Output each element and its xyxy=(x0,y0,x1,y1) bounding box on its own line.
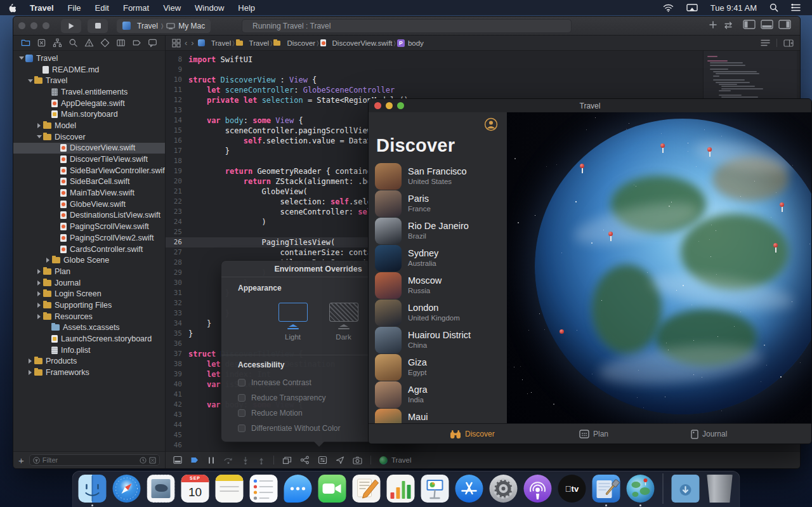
file-row-globe-scene[interactable]: Globe Scene xyxy=(13,254,165,266)
disclosure-triangle[interactable] xyxy=(46,258,49,263)
app-menu-travel[interactable]: Travel xyxy=(23,0,61,15)
environment-overrides-button[interactable] xyxy=(318,456,327,464)
disclosure-triangle[interactable] xyxy=(37,135,42,138)
city-row-sydney[interactable]: SydneyAustralia xyxy=(369,244,507,272)
notification-center-icon[interactable] xyxy=(786,0,806,15)
file-row-discoverview-swift[interactable]: DiscoverView.swift xyxy=(13,143,165,154)
disclosure-triangle[interactable] xyxy=(37,123,41,128)
menu-item-view[interactable]: View xyxy=(156,0,188,15)
file-row-model[interactable]: Model xyxy=(13,120,165,131)
toggle-navigator-button[interactable] xyxy=(743,20,756,32)
file-row-sidebarcell-swift[interactable]: SideBarCell.swift xyxy=(13,176,165,188)
tab-journal[interactable]: Journal xyxy=(691,424,727,444)
dock-podcasts-icon[interactable] xyxy=(523,474,553,503)
related-items-icon[interactable] xyxy=(172,39,181,48)
menu-bar-clock[interactable]: Tue 9:41 AM xyxy=(705,0,762,15)
breakpoints-navigator-icon[interactable] xyxy=(132,38,141,48)
file-row-appdelegate-swift[interactable]: AppDelegate.swift xyxy=(13,98,165,109)
city-row-giza[interactable]: GizaEgypt xyxy=(369,353,507,381)
file-row-products[interactable]: Products xyxy=(13,356,165,367)
step-into-button[interactable] xyxy=(242,456,249,464)
checkbox[interactable] xyxy=(238,394,246,402)
pause-execution-button[interactable] xyxy=(207,456,215,464)
globe-3d-view[interactable] xyxy=(507,112,811,423)
menu-item-format[interactable]: Format xyxy=(116,0,156,15)
source-control-navigator-icon[interactable] xyxy=(37,38,46,48)
library-add-button[interactable] xyxy=(709,20,717,32)
disclosure-triangle[interactable] xyxy=(19,56,24,60)
back-button[interactable]: ‹ xyxy=(185,38,187,48)
file-row-pagingscrollview2-swift[interactable]: PagingScrollView2.swift xyxy=(13,232,165,244)
disclosure-triangle[interactable] xyxy=(37,303,41,308)
tests-navigator-icon[interactable] xyxy=(100,38,110,48)
filter-field[interactable] xyxy=(29,454,160,466)
memory-graph-button[interactable] xyxy=(300,456,310,464)
reports-navigator-icon[interactable] xyxy=(148,38,157,48)
symbols-navigator-icon[interactable] xyxy=(53,38,62,48)
filter-input[interactable] xyxy=(43,456,137,464)
dock-xcode-icon[interactable] xyxy=(592,474,621,503)
file-row-assets-xcassets[interactable]: Assets.xcassets xyxy=(13,322,165,334)
toggle-debug-area-button[interactable] xyxy=(761,20,773,32)
dock-travel-icon[interactable] xyxy=(626,474,655,503)
city-row-rio-de-janeiro[interactable]: Rio De JaneiroBrazil xyxy=(369,217,507,244)
file-row-plan[interactable]: Plan xyxy=(13,266,165,277)
apple-menu[interactable] xyxy=(0,0,23,15)
disclosure-triangle[interactable] xyxy=(29,359,32,364)
dock-numbers-icon[interactable] xyxy=(386,474,416,503)
disclosure-triangle[interactable] xyxy=(29,370,32,375)
dock-calendar-icon[interactable]: SEP10 xyxy=(181,474,210,503)
file-row-pagingscrollview-swift[interactable]: PagingScrollView.swift xyxy=(13,221,165,232)
file-row-travel-entitlements[interactable]: Travel.entitlements xyxy=(13,86,165,98)
scheme-selector[interactable]: Travel 〉 My Mac xyxy=(117,19,211,33)
minimize-button[interactable] xyxy=(30,22,37,29)
file-row-discover[interactable]: Discover xyxy=(13,131,165,143)
dock-trash-icon[interactable] xyxy=(705,474,735,503)
disclosure-triangle[interactable] xyxy=(37,280,41,286)
file-row-resources[interactable]: Resources xyxy=(13,311,165,322)
breadcrumb-item-travel[interactable]: Travel xyxy=(236,39,270,47)
zoom-button[interactable] xyxy=(43,22,49,29)
dock-keynote-icon[interactable] xyxy=(421,474,450,503)
dock-downloads-icon[interactable] xyxy=(671,474,700,503)
appearance-option-dark[interactable]: Dark xyxy=(329,303,358,341)
file-row-main-storyboard[interactable]: Main.storyboard xyxy=(13,109,165,120)
recent-files-icon[interactable] xyxy=(140,457,147,464)
step-over-button[interactable] xyxy=(223,456,233,464)
tab-plan[interactable]: Plan xyxy=(579,424,608,444)
dock-mail-icon[interactable] xyxy=(147,474,176,503)
file-row-info-plist[interactable]: Info.plist xyxy=(13,345,165,356)
dock-appstore-icon[interactable] xyxy=(455,474,484,503)
dock-facetime-icon[interactable] xyxy=(318,474,347,503)
travel-titlebar[interactable]: Travel xyxy=(369,99,811,112)
run-button[interactable] xyxy=(61,19,81,33)
add-editor-icon[interactable] xyxy=(783,39,794,47)
city-row-paris[interactable]: ParisFrance xyxy=(369,190,507,217)
dock-pages-icon[interactable] xyxy=(352,474,381,503)
editor-options-icon[interactable] xyxy=(761,39,770,46)
disclosure-triangle[interactable] xyxy=(37,314,41,319)
simulate-location-button[interactable] xyxy=(336,456,344,464)
disclosure-triangle[interactable] xyxy=(28,79,33,82)
file-row-globeview-swift[interactable]: GlobeView.swift xyxy=(13,199,165,210)
show-debug-area-button[interactable] xyxy=(173,456,182,464)
city-row-huairou-district[interactable]: Huairou DistrictChina xyxy=(369,326,507,353)
file-row-launchscreen-storyboard[interactable]: LaunchScreen.storyboard xyxy=(13,333,165,345)
file-row-frameworks[interactable]: Frameworks xyxy=(13,367,165,378)
city-row-london[interactable]: LondonUnited Kingdom xyxy=(369,299,507,326)
file-row-cardscontroller-swift[interactable]: CardsController.swift xyxy=(13,244,165,255)
screen-mirroring-icon[interactable] xyxy=(681,0,703,15)
checkbox[interactable] xyxy=(238,409,246,417)
breadcrumb-item-travel[interactable]: Travel xyxy=(198,39,232,47)
appearance-option-light[interactable]: Light xyxy=(278,303,308,341)
dock-tv-icon[interactable]: tv xyxy=(558,474,587,503)
city-row-agra[interactable]: AgraIndia xyxy=(369,381,507,408)
tab-discover[interactable]: Discover xyxy=(450,424,495,444)
file-row-sidebarviewcontroller-swift[interactable]: SideBarViewController.swift xyxy=(13,165,165,176)
breakpoints-toggle-button[interactable] xyxy=(190,456,199,464)
dock-reminders-icon[interactable] xyxy=(249,474,278,503)
dock-messages-icon[interactable] xyxy=(284,474,313,503)
close-button[interactable] xyxy=(18,22,25,29)
stop-button[interactable] xyxy=(88,19,108,33)
disclosure-triangle[interactable] xyxy=(37,291,41,296)
